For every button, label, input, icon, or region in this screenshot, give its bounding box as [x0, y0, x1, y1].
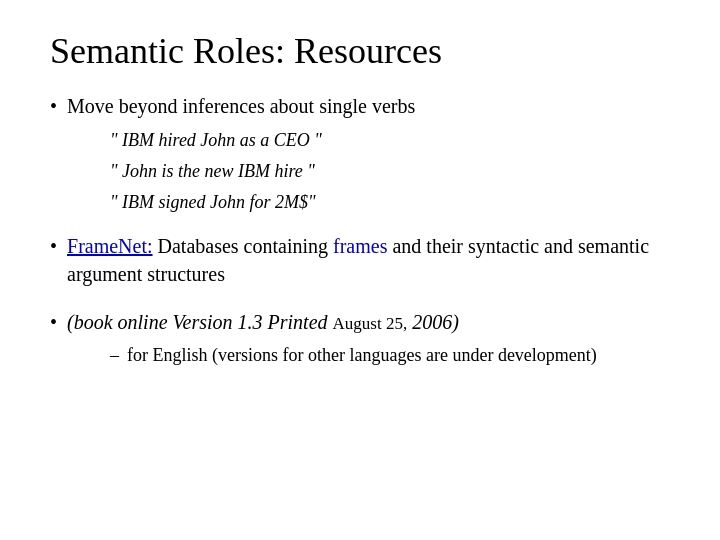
sub-bullet-2-text: " John is the new IBM hire " [110, 161, 315, 181]
bullet-1-main: • Move beyond inferences about single ve… [50, 92, 670, 120]
sub-bullet-1: " IBM hired John as a CEO " [110, 126, 670, 155]
bullet-3-main: • (book online Version 1.3 Printed Augus… [50, 308, 670, 336]
bullet-2-dot: • [50, 232, 57, 260]
bullet-3-year: 2006) [407, 311, 459, 333]
bullet-2-text-part1: Databases containing [153, 235, 334, 257]
slide: Semantic Roles: Resources • Move beyond … [0, 0, 720, 540]
bullet-3-sub: – for English (versions for other langua… [110, 342, 670, 369]
bullet-3-dot: • [50, 308, 57, 336]
sub-bullet-3: " IBM signed John for 2M$" [110, 188, 670, 217]
sub-bullet-1-text: " IBM hired John as a CEO " [110, 130, 322, 150]
bullet-3-text: (book online Version 1.3 Printed August … [67, 308, 459, 336]
bullet-2-main: • Frame​Net: Databases containing frames… [50, 232, 670, 288]
slide-title: Semantic Roles: Resources [50, 30, 670, 72]
sub-bullet-2: " John is the new IBM hire " [110, 157, 670, 186]
frames-label: frames [333, 235, 387, 257]
bullet-3-august: August 25, [333, 314, 408, 333]
bullet-2-text: Frame​Net: Databases containing frames a… [67, 232, 670, 288]
bullet-1-section: • Move beyond inferences about single ve… [50, 92, 670, 218]
bullet-1-sub-bullets: " IBM hired John as a CEO " " John is th… [110, 126, 670, 216]
bullet-3-paren: (book online Version 1.3 Printed [67, 311, 333, 333]
bullet-1-text: Move beyond inferences about single verb… [67, 92, 415, 120]
sub-bullet-3-text: " IBM signed John for 2M$" [110, 192, 316, 212]
sub-dash-text: for English (versions for other language… [127, 342, 597, 369]
dash-icon: – [110, 342, 119, 369]
bullet-3-section: • (book online Version 1.3 Printed Augus… [50, 308, 670, 371]
framenet-label: Frame​Net: [67, 235, 153, 257]
bullet-1-dot: • [50, 92, 57, 120]
bullet-2-section: • Frame​Net: Databases containing frames… [50, 232, 670, 294]
sub-dash-item-1: – for English (versions for other langua… [110, 342, 670, 369]
